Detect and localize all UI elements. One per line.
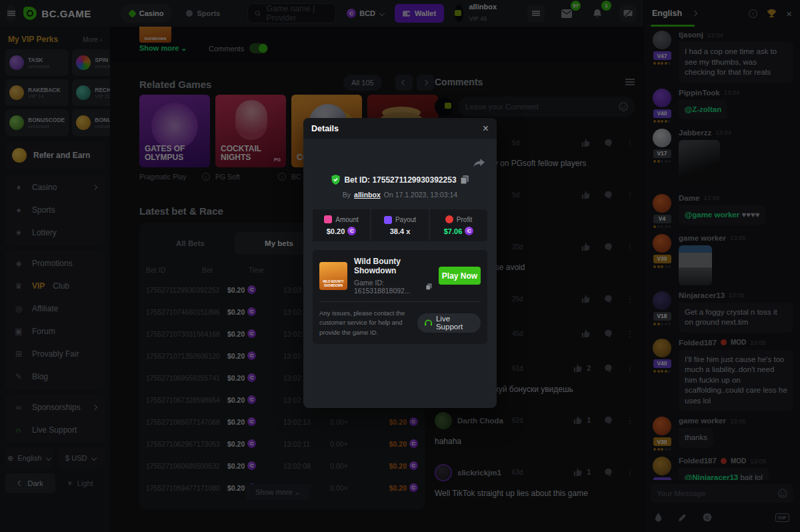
game-thumbnail[interactable]: WILD BOUNTY SHOWDOWN — [319, 262, 347, 290]
stat-cell: Amount $0.20 C — [313, 209, 370, 241]
support-help-text: Any issues, please contact the customer … — [319, 309, 412, 337]
coin-icon: C — [465, 227, 473, 235]
verified-shield-icon[interactable] — [331, 175, 340, 185]
share-icon[interactable] — [473, 159, 485, 168]
stat-icon — [384, 216, 392, 224]
copy-icon[interactable] — [461, 175, 469, 184]
game-id: Game ID: 1615318818092... — [354, 279, 423, 295]
bet-details-modal: Details × Bet ID: 1755271129930392253 By… — [303, 118, 497, 408]
game-info-panel: WILD BOUNTY SHOWDOWN Wild Bounty Showdow… — [313, 250, 487, 344]
bet-stats-row: Amount $0.20 C Payout — [313, 209, 487, 241]
bettor-username-link[interactable]: allinbox — [354, 191, 381, 199]
bet-datetime: On 17.1.2023, 13:03:14 — [384, 191, 457, 199]
live-support-button[interactable]: Live Support — [417, 313, 481, 333]
game-name: Wild Bounty Showdown — [354, 257, 432, 275]
bet-id-value: Bet ID: 1755271129930392253 — [344, 175, 456, 185]
stat-cell: Profit $7.06 C — [430, 209, 487, 241]
modal-title: Details — [311, 124, 339, 133]
coin-icon: C — [347, 227, 356, 235]
headset-icon — [425, 319, 432, 327]
copy-icon[interactable] — [426, 283, 432, 291]
play-now-button[interactable]: Play Now — [439, 267, 481, 285]
close-modal-button[interactable]: × — [483, 123, 489, 135]
stat-cell: Payout 38.4 x — [371, 209, 429, 241]
modal-header: Details × — [303, 118, 497, 139]
stat-icon — [445, 215, 453, 223]
stat-icon — [324, 215, 332, 223]
bc-game-app: BC.GAME Casino Sports Game name | Provid… — [0, 0, 800, 532]
